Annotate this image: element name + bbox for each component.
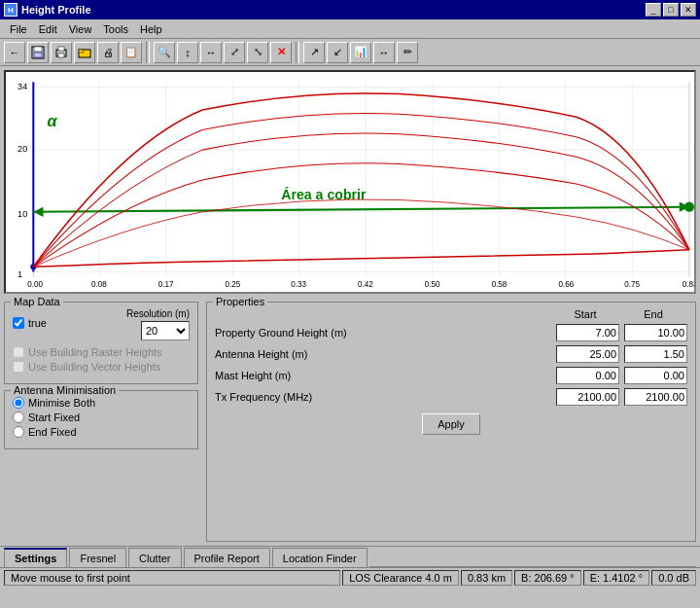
toolbar-delete[interactable]: ✕	[270, 42, 292, 63]
menu-edit[interactable]: Edit	[33, 21, 63, 37]
mast-height-start[interactable]	[556, 367, 619, 384]
properties-title: Properties	[213, 296, 267, 307]
apply-button[interactable]: Apply	[422, 413, 480, 435]
toolbar-save[interactable]	[27, 42, 49, 63]
window-title: Height Profile	[21, 4, 91, 16]
antenna-height-end[interactable]	[624, 345, 687, 363]
status-elevation: E: 1.4102 °	[583, 570, 650, 586]
svg-text:0.17: 0.17	[158, 280, 174, 289]
left-panel: Map Data true Resolution (m) 201050100 U…	[4, 302, 198, 542]
toolbar-zoom-both[interactable]: ⤢	[224, 42, 245, 63]
svg-text:20: 20	[18, 144, 27, 154]
toolbar-copy[interactable]: 📋	[121, 42, 142, 63]
toolbar-export2[interactable]: ↙	[327, 42, 348, 63]
svg-text:10: 10	[18, 209, 27, 219]
map-data-group: Map Data true Resolution (m) 201050100 U…	[4, 302, 198, 384]
vector-checkbox[interactable]	[13, 361, 24, 373]
tx-frequency-end[interactable]	[624, 388, 687, 406]
svg-text:0.42: 0.42	[358, 280, 373, 289]
tab-settings[interactable]: Settings	[4, 548, 67, 567]
tx-frequency-label: Tx Frequency (MHz)	[215, 391, 556, 403]
svg-rect-2	[34, 53, 42, 57]
tab-fresnel[interactable]: Fresnel	[69, 548, 126, 567]
mast-height-end[interactable]	[624, 367, 687, 384]
toolbar-sep1	[146, 42, 150, 63]
status-bar: Move mouse to first point LOS Clearance …	[0, 567, 700, 587]
svg-point-42	[684, 202, 694, 212]
map-data-title: Map Data	[11, 296, 63, 307]
svg-text:0.83: 0.83	[682, 280, 694, 289]
menu-bar: File Edit View Tools Help	[0, 19, 700, 39]
antenna-title: Antenna Minimisation	[11, 384, 119, 396]
toolbar-swap[interactable]: ↔	[373, 42, 395, 63]
property-ground-height-row: Property Ground Height (m)	[215, 324, 687, 341]
end-fixed-label: End Fixed	[28, 426, 77, 438]
vector-checkbox-row: Use Building Vector Heights	[13, 361, 190, 373]
title-bar: H Height Profile _ □ ✕	[0, 0, 700, 19]
window-controls: _ □ ✕	[646, 3, 696, 17]
svg-text:0.58: 0.58	[492, 280, 508, 289]
bottom-panel: Map Data true Resolution (m) 201050100 U…	[0, 298, 700, 546]
raster-checkbox[interactable]	[13, 346, 24, 358]
toolbar-print2[interactable]: 🖨	[97, 42, 119, 63]
clutter-label: true	[28, 317, 47, 329]
svg-text:0.00: 0.00	[27, 280, 43, 289]
minimise-both-label: Minimise Both	[28, 397, 95, 409]
svg-text:0.66: 0.66	[558, 280, 574, 289]
resolution-label: Resolution (m)	[126, 308, 190, 319]
toolbar-zoom-fit[interactable]: ⤡	[247, 42, 268, 63]
maximize-button[interactable]: □	[663, 3, 679, 17]
status-distance: 0.83 km	[461, 570, 512, 586]
toolbar-pencil[interactable]: ✏	[397, 42, 418, 63]
svg-text:0.25: 0.25	[226, 280, 241, 289]
toolbar-zoom[interactable]: 🔍	[154, 42, 175, 63]
resolution-select[interactable]: 201050100	[141, 321, 190, 340]
tab-clutter[interactable]: Clutter	[128, 548, 181, 567]
menu-view[interactable]: View	[63, 21, 98, 37]
svg-text:1: 1	[18, 269, 22, 279]
svg-text:0.75: 0.75	[624, 280, 640, 289]
svg-rect-4	[58, 47, 64, 51]
toolbar: ← 🖨 📋 🔍 ↕ ↔ ⤢ ⤡ ✕ ↗ ↙ 📊 ↔ ✏	[0, 39, 700, 66]
toolbar-print[interactable]	[51, 42, 72, 63]
status-main: Move mouse to first point	[4, 570, 340, 586]
close-button[interactable]: ✕	[681, 3, 696, 17]
antenna-height-label: Antenna Height (m)	[215, 348, 556, 360]
svg-rect-5	[58, 54, 64, 57]
antenna-height-row: Antenna Height (m)	[215, 345, 687, 363]
toolbar-zoom-v[interactable]: ↕	[177, 42, 198, 63]
menu-help[interactable]: Help	[134, 21, 168, 37]
status-db: 0.0 dB	[651, 570, 696, 586]
menu-file[interactable]: File	[4, 21, 33, 37]
toolbar-export1[interactable]: ↗	[303, 42, 325, 63]
start-fixed-label: Start Fixed	[28, 411, 80, 423]
svg-text:0.33: 0.33	[291, 280, 306, 289]
clutter-checkbox[interactable]	[13, 317, 24, 329]
toolbar-back[interactable]: ←	[4, 42, 25, 63]
tx-frequency-start[interactable]	[556, 388, 619, 406]
radio-start-fixed: Start Fixed	[13, 411, 190, 423]
svg-text:α: α	[47, 112, 57, 129]
menu-tools[interactable]: Tools	[97, 21, 134, 37]
svg-rect-1	[34, 47, 42, 52]
ground-height-end[interactable]	[624, 324, 687, 341]
tx-frequency-row: Tx Frequency (MHz)	[215, 388, 687, 406]
svg-text:0.08: 0.08	[91, 280, 107, 289]
ground-height-start[interactable]	[556, 324, 619, 341]
radio-end-fixed: End Fixed	[13, 426, 190, 438]
toolbar-open[interactable]	[74, 42, 95, 63]
app-icon: H	[4, 3, 18, 17]
tab-profile-report[interactable]: Profile Report	[184, 548, 270, 567]
chart-area: 34 20 10 1 0.00 0.08 0.17 0.25 0.33 0.42…	[4, 70, 696, 294]
tab-location-finder[interactable]: Location Finder	[272, 548, 368, 567]
antenna-group: Antenna Minimisation Minimise Both Start…	[4, 390, 198, 449]
status-bearing: B: 206.69 °	[514, 570, 581, 586]
mast-height-row: Mast Height (m)	[215, 367, 687, 384]
toolbar-zoom-h[interactable]: ↔	[200, 42, 222, 63]
antenna-height-start[interactable]	[556, 345, 619, 363]
svg-rect-7	[79, 50, 84, 53]
properties-header: Start End	[215, 308, 687, 320]
minimize-button[interactable]: _	[646, 3, 661, 17]
toolbar-sep2	[296, 42, 299, 63]
toolbar-chart[interactable]: 📊	[350, 42, 371, 63]
